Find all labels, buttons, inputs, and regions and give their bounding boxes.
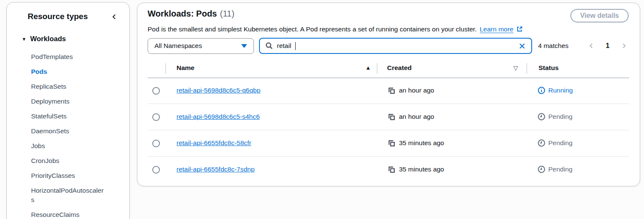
sort-none-icon[interactable]: ▽ <box>513 65 518 71</box>
view-details-button[interactable]: View details <box>570 9 629 22</box>
sidebar-list: PodTemplates Pods ReplicaSets Deployment… <box>31 49 104 219</box>
status-label: Running <box>548 87 573 94</box>
column-header-status[interactable]: Status <box>539 64 559 72</box>
filter-toolbar: All Namespaces retail 4 matches 1 <box>148 38 629 54</box>
external-link-icon <box>515 26 523 34</box>
sidebar-item-pods[interactable]: Pods <box>31 64 104 79</box>
caret-down-icon: ▼ <box>22 36 26 42</box>
panel-header: Workloads: Pods(11) View details <box>148 9 629 22</box>
pending-clock-icon <box>538 139 545 147</box>
text-cursor <box>295 42 296 50</box>
match-count: 4 matches <box>538 42 569 50</box>
namespace-selected-value: All Namespaces <box>154 42 202 50</box>
row-radio-button[interactable] <box>152 113 160 121</box>
table-row: retail-api-5698d8c6c5-s4hc6 an hour ago … <box>137 104 640 130</box>
sidebar-item-priorityclasses[interactable]: PriorityClasses <box>31 168 104 183</box>
clear-search-icon[interactable] <box>519 42 526 50</box>
sidebar-item-daemonsets[interactable]: DaemonSets <box>31 124 104 138</box>
status-cell: Pending <box>538 139 573 147</box>
copy-icon[interactable] <box>388 140 395 147</box>
panel-description: Pod is the smallest and simplest Kuberne… <box>148 25 523 34</box>
copy-icon[interactable] <box>388 166 395 173</box>
chevron-left-icon[interactable] <box>111 14 117 20</box>
table-row: retail-api-6655fdc8c-58cfr 35 minutes ag… <box>137 130 640 157</box>
column-header-created[interactable]: Created <box>387 64 412 72</box>
select-caret-down-icon <box>241 44 247 48</box>
copy-icon[interactable] <box>388 113 395 121</box>
status-cell: Pending <box>538 166 573 173</box>
sidebar-item-horizontalpodautoscalers[interactable]: HorizontalPodAutoscalers <box>31 183 104 207</box>
sidebar-item-jobs[interactable]: Jobs <box>31 138 104 153</box>
created-cell: an hour ago <box>399 87 434 94</box>
row-radio-button[interactable] <box>152 87 160 95</box>
pod-name-link[interactable]: retail-api-5698d8c6c5-s4hc6 <box>177 113 260 121</box>
search-icon <box>265 42 273 50</box>
pods-panel: Workloads: Pods(11) View details Pod is … <box>137 3 640 186</box>
pod-name-link[interactable]: retail-api-6655fdc8c-7sdnp <box>177 166 255 173</box>
row-radio-button[interactable] <box>152 166 160 174</box>
panel-title: Workloads: Pods <box>148 9 217 18</box>
learn-more-link[interactable]: Learn more <box>480 25 513 33</box>
next-page-icon[interactable] <box>621 43 627 49</box>
copy-icon[interactable] <box>388 87 395 94</box>
previous-page-icon[interactable] <box>588 43 594 49</box>
status-label: Pending <box>548 113 573 121</box>
pending-clock-icon <box>538 113 545 121</box>
resource-types-panel: Resource types ▼ Workloads PodTemplates … <box>6 2 130 219</box>
pagination: 1 <box>588 42 629 50</box>
info-icon[interactable] <box>538 87 545 94</box>
sidebar-item-deployments[interactable]: Deployments <box>31 94 104 109</box>
table-header: Name ▲ Created ▽ Status <box>148 60 629 78</box>
sidebar-group-workloads[interactable]: ▼ Workloads <box>22 35 129 43</box>
current-page[interactable]: 1 <box>606 42 610 50</box>
sidebar-header: Resource types <box>28 12 117 21</box>
pod-count: (11) <box>220 9 234 18</box>
sidebar-title: Resource types <box>28 12 88 21</box>
sidebar-item-statefulsets[interactable]: StatefulSets <box>31 109 104 124</box>
sidebar-item-cronjobs[interactable]: CronJobs <box>31 153 104 168</box>
pod-name-link[interactable]: retail-api-5698d8c6c5-q6qbp <box>177 87 260 94</box>
created-cell: 35 minutes ago <box>399 166 444 173</box>
search-input[interactable]: retail <box>259 38 532 54</box>
pod-name-link[interactable]: retail-api-6655fdc8c-58cfr <box>177 139 251 147</box>
table-row: retail-api-5698d8c6c5-q6qbp an hour ago … <box>137 78 640 104</box>
status-cell: Running <box>538 87 573 94</box>
sidebar-item-resourceclaims[interactable]: ResourceClaims <box>31 207 104 219</box>
status-label: Pending <box>548 166 573 173</box>
page-title: Workloads: Pods(11) <box>148 9 234 19</box>
namespace-select[interactable]: All Namespaces <box>148 38 254 54</box>
sidebar-group-label: Workloads <box>30 35 66 43</box>
sidebar-item-podtemplates[interactable]: PodTemplates <box>31 49 104 64</box>
column-header-name[interactable]: Name <box>177 64 194 72</box>
table-row: retail-api-6655fdc8c-7sdnp 35 minutes ag… <box>137 157 640 183</box>
status-cell: Pending <box>538 113 573 121</box>
description-text: Pod is the smallest and simplest Kuberne… <box>148 25 477 33</box>
created-cell: 35 minutes ago <box>399 139 444 147</box>
row-radio-button[interactable] <box>152 140 160 147</box>
search-value: retail <box>277 42 291 50</box>
created-cell: an hour ago <box>399 113 434 121</box>
pending-clock-icon <box>538 166 545 173</box>
status-label: Pending <box>548 139 573 147</box>
sort-ascending-icon[interactable]: ▲ <box>365 65 371 71</box>
sidebar-item-replicasets[interactable]: ReplicaSets <box>31 79 104 94</box>
